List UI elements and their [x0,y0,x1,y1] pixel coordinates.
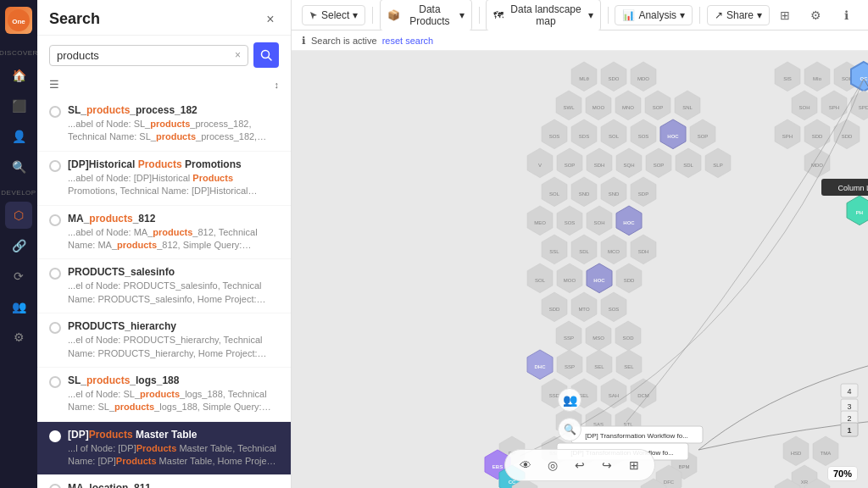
svg-text:MOO: MOO [593,105,605,110]
result-title: [DP]Historical Products Promotions [68,158,279,170]
package-icon: 📦 [387,9,400,21]
result-title: SL_products_logs_188 [68,374,279,386]
svg-text:SDL: SDL [579,249,589,254]
map-canvas[interactable]: MLθ SDO MDO SWL MOO MNO SOP SNL SOS SDS … [292,51,868,488]
select-button[interactable]: Select ▾ [302,5,365,25]
svg-text:SDD: SDD [624,278,635,283]
svg-text:MLθ: MLθ [579,76,589,81]
result-content: MA_location_811...Asset Description: His… [68,482,279,488]
result-item[interactable]: [DP]Products Master Table...l of Node: [… [37,422,291,476]
result-radio [49,484,61,488]
svg-text:SWL: SWL [563,105,575,110]
svg-text:3: 3 [847,402,851,411]
svg-rect-86 [841,423,858,436]
data-landscape-button[interactable]: 🗺 Data landscape map ▾ [486,0,600,31]
data-landscape-chevron: ▾ [588,9,593,21]
reset-search-link[interactable]: reset search [382,36,434,46]
svg-text:SIS: SIS [783,76,792,81]
settings-icon[interactable]: ⚙ [804,3,827,27]
result-snippet: ...abel of Node: [DP]Historical Products… [68,172,279,198]
sidebar-refresh-icon[interactable]: ⟳ [5,263,32,290]
search-active-text: Search is active [311,36,377,46]
people-floating-button[interactable]: 👥 [558,388,581,412]
result-item[interactable]: SL_products_logs_188...el of Node: SL_pr… [37,368,291,422]
result-title: PRODUCTS_hierarchy [68,320,279,332]
result-title: PRODUCTS_salesinfo [68,266,279,278]
svg-text:STL: STL [623,422,633,427]
sidebar-search-icon[interactable]: 🔍 [5,153,32,180]
sidebar-people-icon[interactable]: 👥 [5,293,32,320]
result-radio [49,322,61,334]
svg-text:1: 1 [847,426,851,435]
svg-text:OC: OC [860,76,869,81]
eye-tool-button[interactable]: 👁 [514,453,537,477]
sidebar: One DISCOVER 🏠 ⬛ 👤 🔍 DEVELOP ⬡ 🔗 ⟳ 👥 ⚙ [0,0,37,488]
close-button[interactable]: × [262,11,279,28]
svg-text:SDO: SDO [608,76,619,81]
sidebar-hex-icon[interactable]: ⬡ [5,202,32,229]
search-panel: Search × × ☰ ↕ SL_products_process_182..… [37,0,292,488]
filter-icon[interactable]: ☰ [49,78,59,91]
select-chevron: ▾ [353,9,358,21]
svg-text:MTO: MTO [578,307,590,312]
svg-text:SPH: SPH [829,105,839,110]
result-radio [49,376,61,388]
grid-view-icon[interactable]: ⊞ [773,3,797,27]
result-item[interactable]: [DP]Historical Products Promotions...abe… [37,152,291,206]
toolbar-sep-3 [608,7,609,24]
result-snippet: ...l of Node: [DP]Products Master Table,… [68,442,279,469]
result-item[interactable]: PRODUCTS_hierarchy...el of Node: PRODUCT… [37,313,291,368]
svg-text:SDH: SDH [594,163,605,168]
sidebar-home-icon[interactable]: 🏠 [5,62,32,89]
svg-text:DHC: DHC [535,364,547,369]
svg-rect-104 [841,423,858,436]
sidebar-user-icon[interactable]: 👤 [5,123,32,150]
bottom-toolbar: 👁 ◎ ↩ ↪ ⊞ [504,449,655,481]
result-content: [DP]Historical Products Promotions...abe… [68,158,279,198]
sidebar-settings-icon[interactable]: ⚙ [5,324,32,351]
info-circle-icon: ℹ [302,35,306,47]
search-button[interactable] [253,42,279,68]
map-icon: 🗺 [493,9,504,21]
sidebar-grid-icon[interactable]: ⬛ [5,92,32,119]
top-toolbar: Select ▾ 📦 Data Products ▾ 🗺 Data landsc… [292,0,868,30]
clear-input-button[interactable]: × [235,49,241,61]
svg-rect-98 [841,384,858,397]
svg-text:SOL: SOL [535,278,546,283]
svg-text:SSP: SSP [565,364,575,369]
sort-icon[interactable]: ↕ [275,80,280,90]
svg-text:MOO: MOO [564,278,576,283]
result-content: PRODUCTS_hierarchy...el of Node: PRODUCT… [68,320,279,360]
zoom-edit-button[interactable]: 🔍 [558,418,581,441]
analysis-button[interactable]: 📊 Analysis ▾ [615,5,693,25]
undo-button[interactable]: ↩ [568,453,592,477]
result-title: SL_products_process_182 [68,104,279,116]
search-input-wrapper: × [49,45,248,66]
svg-text:SDD: SDD [812,134,823,139]
result-item[interactable]: SL_products_process_182...abel of Node: … [37,97,291,152]
analysis-label: Analysis [638,9,676,21]
svg-text:SDL: SDL [683,163,693,168]
result-item[interactable]: MA_products_812...abel of Node: MA_produ… [37,206,291,260]
share-button[interactable]: ↗ Share ▾ [707,5,770,25]
svg-text:SOS: SOS [549,134,560,139]
result-title: MA_location_811 [68,482,279,488]
result-item[interactable]: MA_location_811...Asset Description: His… [37,475,291,488]
sidebar-link-icon[interactable]: 🔗 [5,232,32,259]
svg-text:TMA: TMA [821,451,832,456]
svg-text:HSD: HSD [791,451,802,456]
logo[interactable]: One [5,7,32,34]
result-content: MA_products_812...abel of Node: MA_produ… [68,213,279,252]
grid-tool-button[interactable]: ⊞ [622,453,646,477]
result-item[interactable]: PRODUCTS_salesinfo...el of Node: PRODUCT… [37,259,291,313]
analysis-icon: 📊 [622,9,635,21]
svg-text:SSL: SSL [549,249,559,254]
redo-button[interactable]: ↪ [595,453,619,477]
svg-text:SPD: SPD [859,105,868,110]
data-products-button[interactable]: 📦 Data Products ▾ [380,0,471,31]
develop-label: DEVELOP [1,189,36,197]
search-input[interactable] [57,49,235,62]
circle-tool-button[interactable]: ◎ [541,453,565,477]
share-icon: ↗ [715,9,723,21]
info-icon[interactable]: ℹ [834,3,858,27]
